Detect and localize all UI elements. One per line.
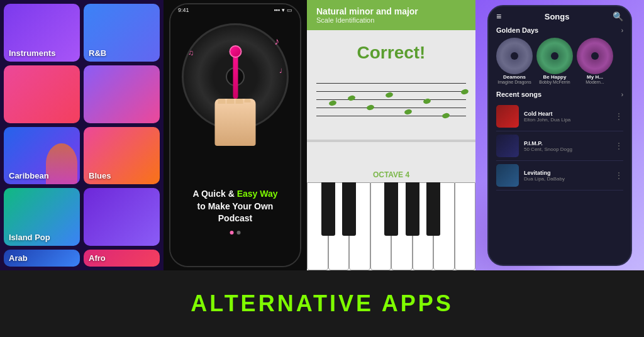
staff-note-7: [441, 113, 450, 119]
golden-days-arrow[interactable]: ›: [621, 27, 623, 34]
tile-label-island: Island Pop: [9, 233, 50, 242]
search-icon[interactable]: 🔍: [613, 11, 623, 21]
album-disc-deamons[interactable]: [496, 38, 533, 74]
fist-illustration: [215, 99, 256, 146]
main-container: Instruments R&B Caribbean Blues: [0, 0, 644, 337]
music-staff: [316, 83, 466, 133]
album-artist-1: Imagine Dragons: [496, 80, 533, 84]
staff-note-8: [460, 89, 469, 96]
song-item-1[interactable]: Cold Heart Elton John, Dua Lipa ⋮: [496, 102, 623, 131]
category-grid: Instruments R&B Caribbean Blues: [0, 0, 164, 270]
category-tile-instruments[interactable]: Instruments: [4, 4, 80, 62]
category-tile-blank[interactable]: [84, 188, 160, 246]
category-tile-afro[interactable]: Afro: [84, 250, 160, 267]
bottom-banner: ALTERNATIVE APPS: [0, 270, 644, 337]
panel-music-categories: Instruments R&B Caribbean Blues: [0, 0, 164, 270]
album-disc-myh[interactable]: [577, 38, 613, 74]
song-more-2[interactable]: ⋮: [614, 141, 623, 151]
album-name-3: My H...: [577, 74, 613, 80]
disc-center-2: [551, 52, 558, 60]
music-note-2: ♫: [188, 48, 194, 57]
tile-label-caribbean: Caribbean: [9, 171, 49, 180]
recent-songs-label: Recent songs: [496, 91, 541, 98]
piano-key-gs[interactable]: [406, 182, 419, 236]
tile-label-blues: Blues: [89, 171, 111, 180]
podcast-line1: A Quick &: [192, 189, 234, 199]
tile-label-instruments: Instruments: [9, 48, 55, 58]
category-tile-caribbean[interactable]: Caribbean: [4, 127, 80, 185]
phone-frame-podcast: 9:41 ▪▪▪ ▾ ▭: [169, 3, 301, 267]
category-tile-rb[interactable]: R&B: [84, 4, 160, 62]
signal-icon: ▪▪▪: [274, 7, 280, 13]
piano-app-title: Natural minor and major: [316, 6, 466, 16]
time-display: 9:41: [178, 7, 189, 13]
song-name-2: P.I.M.P.: [524, 140, 609, 146]
piano-key-c2[interactable]: [455, 182, 476, 270]
piano-app-header: Natural minor and major Scale Identifica…: [307, 0, 475, 30]
album-item-3[interactable]: My H... Modern...: [577, 38, 613, 84]
staff-line-3: [316, 99, 466, 100]
golden-days-section: Golden Days › Deamons Imagine Dragons: [489, 24, 631, 88]
staff-note-3: [366, 104, 375, 111]
category-tile-island[interactable]: Island Pop: [4, 188, 80, 246]
mp-header: ≡ Songs 🔍: [489, 6, 631, 24]
illustration-area: ♪ ♫ ♩: [185, 30, 286, 146]
song-artist-3: Dua Lipa, DaBaby: [524, 176, 609, 182]
song-artist-2: 50 Cent, Snoop Dogg: [524, 146, 609, 152]
panel-podcast: 9:41 ▪▪▪ ▾ ▭: [164, 0, 307, 270]
staff-line-1: [316, 83, 466, 84]
wifi-icon: ▾: [282, 7, 285, 13]
category-tile-arab[interactable]: Arab: [4, 250, 80, 267]
music-player-phone: ≡ Songs 🔍 Golden Days ›: [487, 5, 632, 266]
song-thumb-levitating: [496, 164, 519, 187]
tile-label-rb: R&B: [89, 48, 106, 58]
album-item-1[interactable]: Deamons Imagine Dragons: [496, 38, 533, 84]
song-name-3: Levitating: [524, 170, 609, 176]
menu-icon[interactable]: ≡: [496, 11, 501, 21]
image-area: Instruments R&B Caribbean Blues: [0, 0, 644, 270]
song-info-2: P.I.M.P. 50 Cent, Snoop Dogg: [524, 140, 609, 152]
album-artist-2: Bobby McFerrin: [536, 80, 573, 84]
podcast-headline: A Quick & Easy Way to Make Your Own Podc…: [180, 188, 291, 225]
recent-songs-section: Recent songs › Cold Heart Elton John, Du…: [489, 88, 631, 193]
podcast-line2: to Make Your Own: [197, 201, 274, 211]
divider: [307, 140, 475, 142]
panel-music-player: ≡ Songs 🔍 Golden Days ›: [475, 0, 644, 270]
banner-text: ALTERNATIVE APPS: [191, 290, 453, 317]
song-thumb-cold-heart: [496, 105, 519, 128]
album-name-2: Be Happy: [536, 74, 573, 80]
album-disc-behappy[interactable]: [536, 38, 573, 74]
album-name-1: Deamons: [496, 74, 533, 80]
panel-piano-theory: Natural minor and major Scale Identifica…: [307, 0, 475, 270]
dot-2: [237, 231, 241, 235]
category-tile-blues[interactable]: Blues: [84, 127, 160, 185]
phone-status-bar: 9:41 ▪▪▪ ▾ ▭: [170, 4, 300, 14]
piano-key-ds[interactable]: [342, 182, 356, 236]
octave-label: OCTAVE 4: [373, 170, 409, 179]
song-info-1: Cold Heart Elton John, Dua Lipa: [524, 111, 609, 123]
piano-keyboard[interactable]: [307, 182, 475, 270]
recent-songs-arrow[interactable]: ›: [621, 91, 623, 98]
song-more-3[interactable]: ⋮: [614, 170, 623, 180]
battery-icon: ▭: [287, 7, 292, 13]
staff-line-4: [316, 108, 466, 108]
song-artist-1: Elton John, Dua Lipa: [524, 117, 609, 123]
music-note-1: ♪: [274, 36, 279, 47]
podcast-text-area: A Quick & Easy Way to Make Your Own Podc…: [170, 188, 300, 225]
piano-key-as[interactable]: [426, 182, 440, 236]
song-thumb-pimp: [496, 135, 519, 157]
recent-songs-header: Recent songs ›: [496, 91, 623, 98]
piano-key-fs[interactable]: [384, 182, 398, 236]
album-row: Deamons Imagine Dragons Be Happy Bobby M…: [496, 38, 623, 84]
staff-note-1: [328, 100, 337, 107]
category-tile-genre2[interactable]: [84, 65, 160, 123]
album-item-2[interactable]: Be Happy Bobby McFerrin: [536, 38, 573, 84]
podcast-easy: Easy Way: [237, 189, 278, 199]
piano-key-cs[interactable]: [321, 182, 335, 236]
category-tile-genre1[interactable]: [4, 65, 80, 123]
song-name-1: Cold Heart: [524, 111, 609, 117]
song-item-2[interactable]: P.I.M.P. 50 Cent, Snoop Dogg ⋮: [496, 131, 623, 161]
song-more-1[interactable]: ⋮: [614, 111, 623, 121]
song-item-3[interactable]: Levitating Dua Lipa, DaBaby ⋮: [496, 161, 623, 191]
album-artist-3: Modern...: [577, 80, 613, 84]
